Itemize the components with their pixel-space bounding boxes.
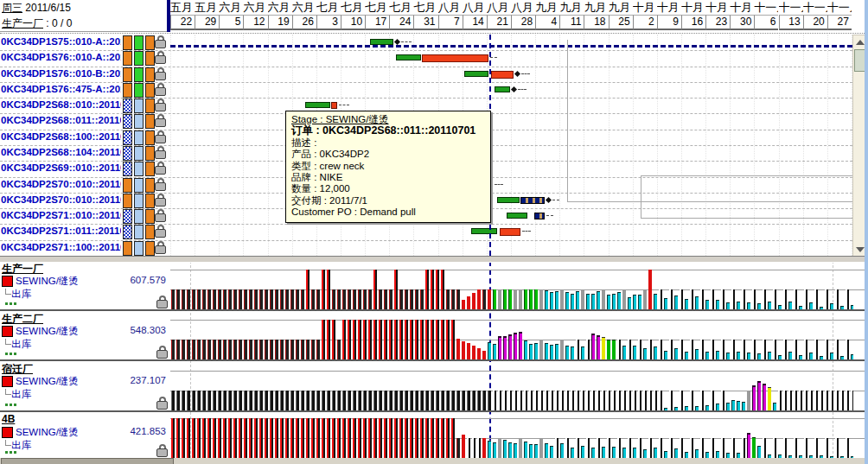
lock-icon[interactable]: [155, 114, 166, 127]
timeline-column[interactable]: 九月11: [559, 0, 584, 31]
timeline-column[interactable]: 五月29: [195, 0, 219, 31]
lock-icon[interactable]: [155, 35, 166, 48]
load-bar: [176, 418, 180, 458]
gantt-bar[interactable]: [422, 54, 488, 62]
load-bar: [337, 340, 341, 359]
timeline-column[interactable]: 七月24: [389, 0, 413, 31]
load-bar: [379, 391, 382, 410]
lock-icon[interactable]: [156, 444, 168, 457]
timeline-column[interactable]: 十月9: [657, 0, 681, 31]
lock-icon[interactable]: [155, 99, 166, 111]
load-bar: [597, 438, 600, 458]
order-row[interactable]: 0KC34DP2S68::011::2011070: [0, 113, 170, 129]
timeline-column[interactable]: 十月16: [681, 0, 705, 31]
load-bar: [783, 340, 787, 359]
lock-icon[interactable]: [155, 146, 166, 159]
lock-icon[interactable]: [155, 67, 166, 80]
timeline-column[interactable]: 八月21: [487, 0, 511, 31]
load-bar: [425, 391, 429, 410]
timeline-header[interactable]: 五月22五月29六月5六月12六月19六月26七月3七月10七月17七月24七月…: [170, 0, 855, 31]
order-row[interactable]: 0KC34DP1S75::010-A::20110: [0, 35, 170, 50]
load-bar: [763, 438, 766, 458]
load-bar: [602, 447, 605, 458]
order-row[interactable]: 0KC34DP1S76::010-A::20110: [0, 50, 170, 66]
lock-icon[interactable]: [156, 296, 168, 308]
gantt-bar[interactable]: [305, 102, 330, 108]
timeline-column[interactable]: 八月7: [438, 0, 463, 31]
timeline-column[interactable]: 十一月27: [827, 0, 852, 31]
load-bar: [617, 391, 621, 410]
timeline-column[interactable]: 九月4: [535, 0, 559, 31]
order-row[interactable]: 0KC34DP2S68::010::2011070: [0, 98, 170, 113]
pane-splitter[interactable]: [0, 256, 868, 263]
timeline-column[interactable]: 五月22: [170, 0, 195, 31]
horizontal-scroll-thumb[interactable]: [1, 458, 174, 464]
order-row[interactable]: 0KC34DP2S71::011::2011090: [0, 224, 170, 239]
gantt-bar[interactable]: [497, 197, 520, 203]
scroll-up-icon[interactable]: [856, 40, 865, 45]
timeline-column[interactable]: 八月28: [511, 0, 535, 31]
gantt-bar[interactable]: [396, 54, 421, 60]
gantt-bar[interactable]: [495, 86, 510, 92]
tree-tick: [5, 440, 11, 446]
gantt-bar[interactable]: [370, 39, 393, 45]
order-row[interactable]: 0KC34DP2S71::010::2011090: [0, 208, 170, 224]
lock-icon[interactable]: [155, 194, 166, 207]
order-row[interactable]: 0KC34DP1S76::010-B::20110: [0, 67, 170, 82]
order-row[interactable]: 0KC34DP2S71::100::2011090: [0, 240, 170, 256]
lock-icon[interactable]: [155, 178, 166, 191]
timeline-month-label: 九月: [584, 0, 608, 15]
lock-icon[interactable]: [155, 83, 166, 96]
lock-icon[interactable]: [155, 162, 166, 175]
lock-icon[interactable]: [155, 241, 166, 254]
timeline-column[interactable]: 八月14: [463, 0, 487, 31]
gantt-bar[interactable]: [464, 71, 488, 77]
lock-icon[interactable]: [156, 397, 168, 410]
gantt-bar[interactable]: [331, 102, 337, 109]
timeline-column[interactable]: 七月31: [413, 0, 437, 31]
series-label: SEWING/缝烫: [16, 375, 79, 388]
gantt-bar[interactable]: [507, 213, 527, 219]
load-bar: [638, 340, 641, 359]
load-bar: [316, 340, 320, 359]
timeline-column[interactable]: 七月10: [341, 0, 365, 31]
timeline-column[interactable]: 十月2: [633, 0, 657, 31]
load-bar: [379, 320, 382, 359]
lock-icon[interactable]: [155, 51, 166, 64]
order-row[interactable]: 0KC34DP2S69::010::2011070: [0, 161, 170, 176]
horizontal-scrollbar[interactable]: [0, 458, 868, 464]
timeline-column[interactable]: 六月26: [292, 0, 316, 31]
order-row[interactable]: 0KC34DP2S70::010::2011091: [0, 193, 170, 208]
timeline-column[interactable]: 九月18: [584, 0, 608, 31]
timeline-column[interactable]: 九月25: [609, 0, 633, 31]
load-bar: [441, 270, 444, 309]
order-row[interactable]: 0KC34DP2S68::100::2011070: [0, 130, 170, 145]
gantt-bar[interactable]: [491, 71, 514, 79]
lock-icon[interactable]: [155, 209, 166, 222]
timeline-column[interactable]: 六月19: [268, 0, 292, 31]
timeline-column[interactable]: 十月23: [705, 0, 730, 31]
order-row[interactable]: 0KC34DP1S76::475-A::20110: [0, 82, 170, 98]
timeline-column[interactable]: 六月5: [219, 0, 243, 31]
timeline-column[interactable]: 七月3: [316, 0, 341, 31]
scroll-down-icon[interactable]: [856, 247, 865, 252]
timeline-column[interactable]: 六月12: [243, 0, 267, 31]
order-row[interactable]: 0KC34DP2S70::010::2011091: [0, 177, 170, 193]
timeline-column[interactable]: 十月30: [730, 0, 754, 31]
gantt-bar[interactable]: [534, 213, 545, 219]
timeline-column[interactable]: 十一月13: [779, 0, 803, 31]
lock-icon[interactable]: [155, 130, 166, 143]
timeline-column[interactable]: 十一月20: [803, 0, 827, 31]
bar-tail-line: [521, 73, 530, 74]
lock-icon[interactable]: [155, 225, 166, 238]
gantt-bar[interactable]: [471, 228, 497, 234]
gantt-bar[interactable]: [520, 197, 545, 204]
lock-icon[interactable]: [156, 346, 168, 359]
load-bar: [742, 438, 745, 458]
gantt-bar[interactable]: [500, 228, 520, 236]
timeline-column[interactable]: 七月17: [365, 0, 389, 31]
timeline-column[interactable]: 十一月6: [754, 0, 778, 31]
order-row[interactable]: 0KC34DP2S68::104::2011070: [0, 145, 170, 161]
load-bar: [648, 391, 652, 410]
load-bar: [633, 295, 636, 309]
